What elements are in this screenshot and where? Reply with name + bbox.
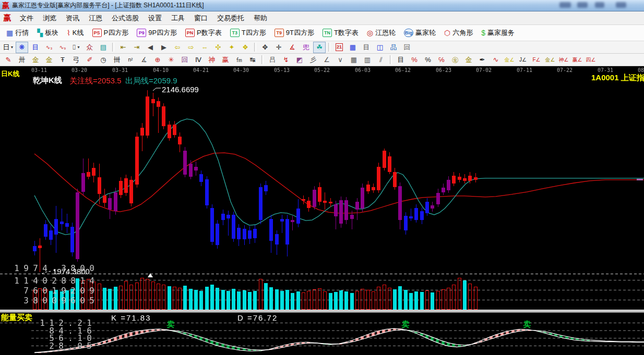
draw-shen-tool-icon[interactable]: 神 [206,54,218,66]
menu-item-6[interactable]: 工具 [166,12,189,25]
kline-canvas[interactable] [0,66,644,355]
nav-next-icon[interactable]: ▶ [158,42,170,53]
nav-expand-icon[interactable]: ✣ [212,42,224,53]
draw-f-angle-icon[interactable]: F∠ [530,54,543,66]
draw-wave-tool-icon[interactable]: ∿ [490,54,502,66]
nav-zoom-horizontal-icon[interactable]: ⇔ [198,42,211,53]
nav-smart-brain-icon[interactable]: ☘ [313,42,326,53]
draw-win-angle-icon[interactable]: 赢∠ [571,54,583,66]
nav-period-day-icon[interactable]: 日▼ [2,42,15,53]
nav-pattern-search-icon[interactable]: ❋ [16,42,28,53]
nav-network-icon[interactable]: 品 [387,42,400,53]
toolbar-item-quotes[interactable]: ▦行情 [2,27,33,39]
draw-spiral-icon[interactable]: 弓 [70,54,82,66]
nav-remote-pc-icon[interactable]: 回 [401,42,413,53]
maximize-button[interactable] [577,2,588,8]
draw-grid-lines-icon[interactable]: 卌 [111,54,123,66]
draw-time-circle-icon[interactable]: ◷ [97,54,110,66]
toolbar-item-9p-square[interactable]: P99P四方形 [133,27,181,39]
nav-notes-icon[interactable]: 目 [360,42,373,53]
draw-shen-angle-icon[interactable]: 神∠ [557,54,570,66]
draw-fan-lines-icon[interactable]: 彡 [307,54,319,66]
draw-ink-pen-icon[interactable]: ✒ [476,54,488,66]
draw-square-spiral-icon[interactable]: 回 [178,54,191,66]
draw-mark-pen-icon[interactable]: ✐ [84,54,96,66]
nav-fit-all-icon[interactable]: ❖ [239,42,252,53]
draw-ruler-123-icon[interactable]: ㎙ [233,54,245,66]
draw-gold-level-icon[interactable]: 金 [462,54,475,66]
draw-percent-icon[interactable]: % [422,54,434,66]
menu-item-5[interactable]: 设置 [144,12,166,25]
nav-hand-drag-icon[interactable]: ✥ [259,42,271,53]
nav-color-bars-icon[interactable]: ▤ [97,42,110,53]
menu-item-9[interactable]: 帮助 [249,12,272,25]
toolbar-item-sectors[interactable]: ▚板块 [33,27,63,39]
draw-stat-bars-icon[interactable]: 目 [395,54,407,66]
draw-star-rays-icon[interactable]: ✳ [165,54,177,66]
menu-item-3[interactable]: 江恩 [84,12,107,25]
toolbar-item-hexagon[interactable]: ⬡六角形 [440,27,477,39]
toolbar-item-kline[interactable]: ⌇K线 [63,27,88,39]
nav-calendar-21-icon[interactable]: 21 [333,42,345,53]
toolbar-item-9t-square[interactable]: T99T四方形 [270,27,318,39]
nav-angle-measure-icon[interactable]: ∡ [286,42,299,53]
toolbar-item-gann-wheel[interactable]: ◎江恩轮 [363,27,400,39]
draw-grid-a-icon[interactable]: ▦ [348,54,360,66]
menu-item-1[interactable]: 浏览 [38,12,61,25]
nav-cycle-9-icon[interactable]: ∿₉ [56,42,69,53]
menu-item-7[interactable]: 窗口 [189,12,212,25]
menu-item-4[interactable]: 公式选股 [107,12,144,25]
draw-si-angle-icon[interactable]: 四∠ [585,54,597,66]
toolbar-item-t-digit-table[interactable]: TNT数字表 [318,27,363,39]
draw-v-bottom-icon[interactable]: ∨ [334,54,347,66]
draw-wave-marks-icon[interactable]: Ⅳ [192,54,205,66]
nav-cycle-3-icon[interactable]: ∿₃ [43,42,55,53]
nav-crosshair-icon[interactable]: ✛ [272,42,285,53]
menu-item-8[interactable]: 交易委托 [212,12,249,25]
draw-j-angle-icon[interactable]: J∠ [517,54,529,66]
nav-last-page-icon[interactable]: ⇥ [130,42,143,53]
chart-area[interactable]: 日K线 1A0001 上证指数 乾坤K线 关注线=2053.5 出局线=2059… [0,66,644,355]
nav-move-left-icon[interactable]: ⇦ [171,42,184,53]
draw-percent-line-icon[interactable]: % [408,54,421,66]
toolbar-item-p-digit-table[interactable]: PNP数字表 [181,27,226,39]
nav-move-right-icon[interactable]: ⇨ [185,42,197,53]
toolbar-item-p-square[interactable]: PSP四方形 [88,27,133,39]
minimize-button[interactable] [559,2,571,8]
nav-first-page-icon[interactable]: ⇤ [117,42,129,53]
draw-grid-b-icon[interactable]: ▥ [361,54,374,66]
draw-gann-circle-icon[interactable]: ⊕ [151,54,164,66]
close-button[interactable] [616,2,626,8]
draw-gold-ratio-a-icon[interactable]: 金 [29,54,42,66]
nav-save-icon[interactable]: ◫ [374,42,386,53]
nav-compress-icon[interactable]: ✦ [225,42,238,53]
draw-gold-ratio-b-icon[interactable]: 金 [43,54,55,66]
menu-item-2[interactable]: 资讯 [61,12,84,25]
draw-jin-angle-icon[interactable]: 金∠ [544,54,556,66]
nav-calculator-icon[interactable]: ▦ [347,42,359,53]
nav-report-icon[interactable]: 目 [29,42,42,53]
toolbar-item-winner-wheel[interactable]: Big赢家轮 [400,27,440,39]
draw-f-lines-icon[interactable]: Ŧ [56,54,69,66]
draw-draw-pen-icon[interactable]: ✎ [2,54,15,66]
nav-filter-tool-icon[interactable]: 兜 [300,42,312,53]
restore-button[interactable] [595,2,604,8]
draw-box-select-icon[interactable]: 吕 [266,54,279,66]
draw-win-tool-icon[interactable]: 赢 [219,54,232,66]
draw-gold-circle-icon[interactable]: ㊎ [449,54,461,66]
nav-prev-icon[interactable]: ◀ [144,42,157,53]
draw-red-fan-icon[interactable]: ↯ [280,54,292,66]
draw-h-measure-icon[interactable]: ↹ [246,54,259,66]
draw-angle-ruler-icon[interactable]: ∡ [138,54,150,66]
draw-gann-lines-icon[interactable]: 卅 [16,54,28,66]
draw-gradient-box-icon[interactable]: ◩ [293,54,306,66]
toolbar-item-winner-service[interactable]: $赢家服务 [477,27,519,39]
toolbar-item-t-square[interactable]: T3T四方形 [226,27,270,39]
draw-parallel-lines-icon[interactable]: ⫽ [375,54,387,66]
draw-trend-angle-icon[interactable]: ∠ [320,54,333,66]
draw-gold-angle-icon[interactable]: 金∠ [503,54,516,66]
nav-multi-stock-icon[interactable]: 众 [84,42,96,53]
draw-percent-level-icon[interactable]: ℅ [435,54,448,66]
nav-candle-style-icon[interactable]: ⌷▼ [70,42,82,53]
menu-item-0[interactable]: 文件 [15,12,38,25]
